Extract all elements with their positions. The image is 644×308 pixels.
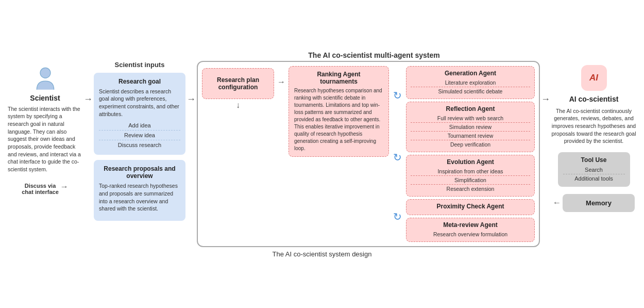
bottom-caption: The AI co-scientist system design [273, 250, 372, 258]
memory-label: Memory [586, 199, 612, 207]
tool-use-item-1: Search [563, 166, 625, 174]
left-arrow-memory-icon: ← [553, 198, 561, 207]
ranking-agent-title: Ranking Agent tournaments [294, 71, 383, 85]
system-to-ai-arrow: → [540, 61, 551, 105]
ranking-arrows-col: ↻ ↻ ↻ [392, 66, 403, 242]
research-goal-desc: Scientist describes a research goal alon… [99, 88, 180, 118]
right-arrow-icon: → [83, 94, 93, 105]
research-proposals-box: Research proposals and overview Top-rank… [94, 160, 185, 221]
research-proposals-desc: Top-ranked research hypotheses and propo… [99, 182, 180, 213]
ranking-agent-section: Ranking Agent tournaments Research hypot… [289, 66, 389, 242]
memory-box: Memory [563, 194, 635, 212]
multi-agent-title-top: The AI co-scientist multi-agent system [308, 51, 439, 59]
reflection-agent-item-4: Deep verification [411, 140, 530, 149]
research-plan-label: Research plan configuration [217, 76, 259, 91]
memory-row: ← Memory [553, 194, 635, 212]
meta-review-agent-box: Meta-review Agent Research overview form… [406, 218, 535, 242]
scientist-desc: The scientist interacts with the system … [8, 105, 82, 173]
multi-agent-section: Research plan configuration ↓ → Ranking … [197, 61, 540, 247]
right-arrow2-icon: → [187, 94, 196, 105]
reflection-agent-title: Reflection Agent [411, 105, 530, 112]
evolution-agent-item-2: Simplification [411, 176, 530, 185]
scientist-avatar-icon [32, 66, 58, 92]
generation-agent-box: Generation Agent Literature exploration … [406, 66, 535, 99]
research-goal-title: Research goal [99, 78, 180, 85]
proximity-agent-box: Proximity Check Agent [406, 199, 535, 215]
ai-coscientist-desc: The AI co-scientist continuously generat… [551, 107, 636, 145]
right-arrow4-icon: → [541, 94, 550, 105]
meta-review-agent-item-1: Research overview formulation [411, 230, 530, 238]
tool-use-box: Tool Use Search Additional tools [558, 152, 630, 187]
ai-coscientist-title: AI co-scientist [569, 95, 619, 103]
research-goal-item-2: Review idea [99, 131, 180, 140]
evolution-agent-title: Evolution Agent [411, 158, 530, 166]
main-container: The AI co-scientist multi-agent system S… [8, 51, 636, 258]
research-goal-item-1: Add idea [99, 121, 180, 131]
reflection-agent-item-3: Tournament review [411, 132, 530, 140]
reflection-agent-box: Reflection Agent Full review with web se… [406, 102, 535, 152]
reflection-agent-item-2: Simulation review [411, 123, 530, 132]
research-proposals-title: Research proposals and overview [99, 165, 180, 180]
research-plan-box: Research plan configuration [202, 68, 274, 99]
left-plan-col: Research plan configuration ↓ [202, 66, 274, 242]
meta-review-agent-title: Meta-review Agent [411, 221, 530, 229]
inputs-to-system-arrow: → [185, 61, 197, 105]
circ-arrow2-icon: ↻ [393, 151, 402, 164]
discuss-label: Discuss viachat interface [22, 183, 59, 195]
tool-use-title: Tool Use [563, 156, 625, 164]
plan-down-arrow-icon: ↓ [236, 101, 240, 109]
research-goal-box: Research goal Scientist describes a rese… [94, 73, 185, 155]
proximity-agent-title: Proximity Check Agent [411, 203, 530, 210]
svg-point-0 [40, 68, 50, 78]
tool-use-item-2: Additional tools [563, 174, 625, 183]
scientist-to-inputs-arrow: → [82, 61, 94, 105]
ranking-agent-desc: Research hypotheses comparison and ranki… [294, 87, 383, 152]
scientist-inputs-section: Scientist inputs Research goal Scientist… [94, 61, 185, 221]
agents-right-col: Generation Agent Literature exploration … [406, 66, 535, 242]
ranking-agent-box: Ranking Agent tournaments Research hypot… [289, 66, 389, 157]
research-goal-item-3: Discuss research [99, 140, 180, 150]
diagram-row: Scientist The scientist interacts with t… [8, 61, 636, 247]
ai-icon-box: AI [581, 65, 607, 91]
generation-agent-title: Generation Agent [411, 70, 530, 77]
generation-agent-item-1: Literature exploration [411, 78, 530, 87]
ai-icon-label: AI [589, 73, 598, 83]
evolution-agent-item-1: Inspiration from other ideas [411, 167, 530, 176]
discuss-arrow-icon: → [60, 182, 69, 191]
scientist-section: Scientist The scientist interacts with t… [8, 61, 82, 195]
reflection-agent-item-1: Full review with web search [411, 114, 530, 123]
circ-arrow1-icon: ↻ [393, 89, 402, 102]
evolution-agent-box: Evolution Agent Inspiration from other i… [406, 155, 535, 197]
scientist-inputs-title: Scientist inputs [94, 61, 185, 69]
multi-agent-border: Research plan configuration ↓ → Ranking … [197, 61, 540, 247]
generation-agent-item-2: Simulated scientific debate [411, 87, 530, 95]
circ-arrow3-icon: ↻ [393, 210, 402, 223]
scientist-label: Scientist [30, 94, 60, 102]
evolution-agent-item-3: Research extension [411, 185, 530, 193]
ai-coscientist-section: AI AI co-scientist The AI co-scientist c… [551, 61, 636, 212]
plan-to-ranking-arrow: → [277, 66, 285, 242]
right-arrow3-icon: → [277, 77, 285, 87]
